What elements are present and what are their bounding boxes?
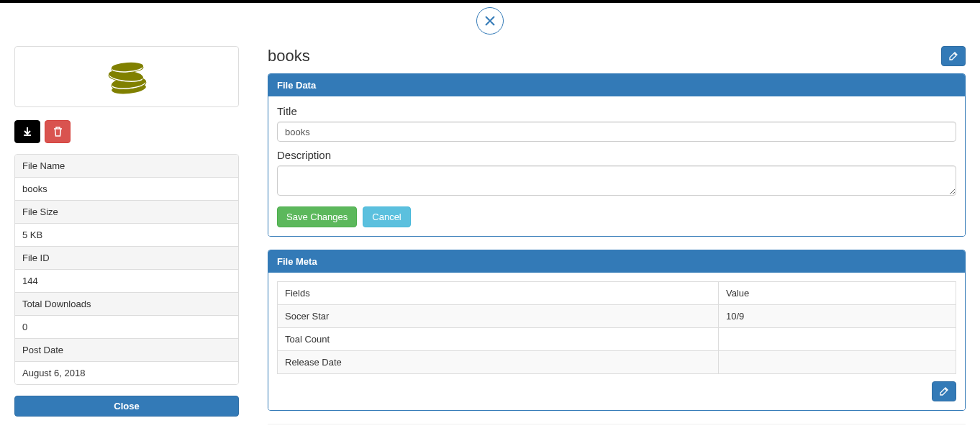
books-icon xyxy=(101,57,152,96)
pencil-icon xyxy=(948,51,958,61)
save-button[interactable]: Save Changes xyxy=(277,206,357,227)
table-row: Socer Star 10/9 xyxy=(278,305,956,328)
panel-header: File Meta xyxy=(268,250,965,273)
meta-value: 10/9 xyxy=(718,305,956,328)
meta-field: Release Date xyxy=(278,351,719,374)
info-value: 144 xyxy=(15,270,238,293)
edit-meta-button[interactable] xyxy=(932,381,956,401)
modal-close-button[interactable] xyxy=(476,7,504,35)
info-label: File ID xyxy=(15,247,238,270)
sidebar: File Name books File Size 5 KB File ID 1… xyxy=(14,46,239,429)
description-label: Description xyxy=(277,149,956,161)
meta-value xyxy=(718,328,956,351)
pencil-icon xyxy=(939,386,949,396)
table-row: Toal Count xyxy=(278,328,956,351)
close-button[interactable]: Close xyxy=(14,396,239,417)
info-value: 0 xyxy=(15,316,238,339)
meta-field: Toal Count xyxy=(278,328,719,351)
meta-col-value: Value xyxy=(718,282,956,305)
file-meta-panel: File Meta Fields Value Socer Star 10/9 xyxy=(268,250,966,411)
table-row: Release Date xyxy=(278,351,956,374)
info-label: File Name xyxy=(15,155,238,178)
file-info-table: File Name books File Size 5 KB File ID 1… xyxy=(14,154,239,385)
info-value: August 6, 2018 xyxy=(15,362,238,384)
trash-icon xyxy=(53,127,63,137)
meta-value xyxy=(718,351,956,374)
main-content: books File Data Title Description Save C… xyxy=(268,46,966,429)
info-label: File Size xyxy=(15,201,238,224)
meta-table: Fields Value Socer Star 10/9 Toal Count xyxy=(277,281,956,374)
panel-header: File Data xyxy=(268,74,965,96)
edit-top-button[interactable] xyxy=(941,46,966,66)
info-label: Post Date xyxy=(15,339,238,362)
meta-field: Socer Star xyxy=(278,305,719,328)
delete-button[interactable] xyxy=(45,120,71,143)
cancel-button[interactable]: Cancel xyxy=(363,206,410,227)
file-data-panel: File Data Title Description Save Changes… xyxy=(268,73,966,237)
meta-col-fields: Fields xyxy=(278,282,719,305)
close-icon xyxy=(485,16,495,26)
file-preview xyxy=(14,46,239,107)
divider xyxy=(268,424,966,424)
info-label: Total Downloads xyxy=(15,293,238,316)
info-value: 5 KB xyxy=(15,224,238,247)
page-title: books xyxy=(268,47,310,65)
download-icon xyxy=(22,127,32,137)
description-textarea[interactable] xyxy=(277,165,956,196)
download-button[interactable] xyxy=(14,120,40,143)
info-value: books xyxy=(15,178,238,201)
title-label: Title xyxy=(277,105,956,117)
title-input[interactable] xyxy=(277,122,956,142)
